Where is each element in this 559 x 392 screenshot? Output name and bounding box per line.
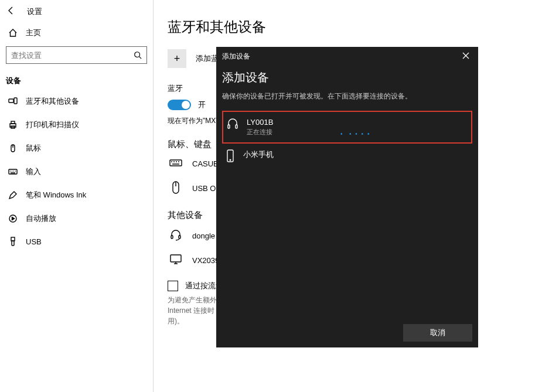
sidebar-item-label: USB [26, 237, 42, 246]
sidebar-item-printers[interactable]: 打印机和扫描仪 [0, 113, 153, 137]
device-item-headphones[interactable]: LY001B 正在连接 • • • • • [222, 111, 472, 144]
add-device-dialog: 添加设备 添加设备 确保你的设备已打开并可被发现。在下面选择要连接的设备。 LY… [216, 47, 478, 347]
search-icon [134, 51, 142, 59]
nav-home-label: 主页 [26, 28, 41, 38]
autoplay-icon [8, 214, 18, 223]
keyboard-icon [8, 167, 18, 176]
sidebar-item-typing[interactable]: 输入 [0, 160, 153, 183]
svg-point-19 [230, 159, 231, 161]
sidebar-item-usb[interactable]: USB [0, 230, 153, 253]
device-name: LY001B [247, 118, 273, 127]
svg-rect-10 [12, 241, 14, 246]
svg-rect-11 [170, 160, 182, 166]
device-label: dongle [192, 231, 215, 240]
headset-icon [168, 229, 184, 243]
cancel-button[interactable]: 取消 [403, 324, 472, 342]
mouse-icon [168, 181, 184, 196]
plus-icon: + [168, 49, 186, 68]
device-item-phone[interactable]: 小米手机 [222, 144, 472, 168]
sidebar-item-label: 笔和 Windows Ink [26, 190, 86, 200]
connecting-dots-icon: • • • • • [340, 131, 370, 137]
sidebar-item-pen[interactable]: 笔和 Windows Ink [0, 183, 153, 207]
usb-icon [8, 237, 18, 246]
dialog-title: 添加设备 [222, 70, 472, 86]
sidebar-item-autoplay[interactable]: 自动播放 [0, 207, 153, 230]
checkbox-icon[interactable] [168, 281, 178, 291]
headphones-icon [227, 118, 238, 129]
svg-rect-4 [11, 121, 15, 124]
bt-toggle[interactable] [168, 100, 191, 110]
sidebar-item-label: 蓝牙和其他设备 [26, 96, 79, 107]
monitor-icon [168, 254, 184, 267]
device-name: 小米手机 [243, 149, 274, 160]
sidebar-item-label: 输入 [26, 166, 41, 177]
page-title: 蓝牙和其他设备 [168, 18, 545, 36]
sidebar-item-label: 打印机和扫描仪 [26, 120, 79, 130]
window-title: 设置 [27, 6, 42, 17]
dialog-header-title: 添加设备 [222, 52, 250, 62]
dialog-close-button[interactable] [459, 52, 472, 61]
keyboard-icon [168, 158, 184, 169]
svg-rect-7 [9, 169, 17, 174]
sidebar-item-label: 鼠标 [26, 143, 41, 154]
dialog-subtitle: 确保你的设备已打开并可被发现。在下面选择要连接的设备。 [222, 91, 472, 101]
bt-toggle-label: 开 [198, 100, 206, 110]
nav-section-title: 设备 [0, 72, 153, 90]
svg-rect-9 [11, 237, 15, 241]
back-button[interactable] [5, 6, 18, 17]
sidebar-item-label: 自动播放 [26, 213, 56, 224]
pen-icon [8, 190, 18, 200]
sidebar-item-mouse[interactable]: 鼠标 [0, 137, 153, 160]
sidebar-item-bluetooth[interactable]: 蓝牙和其他设备 [0, 90, 153, 113]
svg-point-0 [135, 52, 140, 57]
search-box[interactable] [6, 46, 147, 64]
device-status: 正在连接 [247, 128, 273, 137]
settings-nav: 设置 主页 设备 蓝牙和其他设备 打印机和扫描仪 鼠标 输入 [0, 0, 154, 392]
search-input[interactable] [11, 51, 134, 60]
phone-icon [226, 149, 235, 162]
printer-icon [8, 120, 18, 129]
devices-icon [8, 97, 18, 106]
mouse-icon [8, 144, 18, 153]
home-icon [8, 28, 18, 38]
svg-rect-1 [9, 99, 13, 103]
nav-home[interactable]: 主页 [0, 21, 153, 43]
svg-rect-2 [14, 98, 17, 104]
svg-rect-15 [171, 255, 181, 262]
